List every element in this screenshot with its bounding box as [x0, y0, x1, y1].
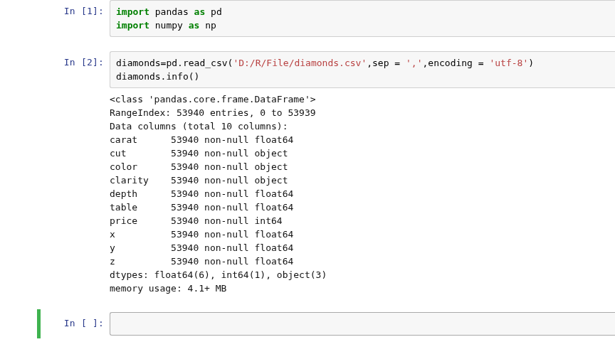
input-area: diamonds=pd.read_csv('D:/R/File/diamonds…: [110, 51, 615, 88]
stdout-output: <class 'pandas.core.frame.DataFrame'> Ra…: [110, 88, 615, 295]
input-prompt: In [1]:: [0, 0, 110, 37]
input-prompt: In [ ]:: [41, 312, 110, 336]
output-row: <class 'pandas.core.frame.DataFrame'> Ra…: [0, 88, 615, 295]
notebook-cell: In [2]: diamonds=pd.read_csv('D:/R/File/…: [0, 51, 615, 295]
input-row: In [ ]:: [41, 312, 615, 336]
output-area-wrap: <class 'pandas.core.frame.DataFrame'> Ra…: [110, 88, 615, 295]
input-row: In [2]: diamonds=pd.read_csv('D:/R/File/…: [0, 51, 615, 88]
code-editor[interactable]: diamonds=pd.read_csv('D:/R/File/diamonds…: [110, 51, 615, 88]
code-editor[interactable]: [110, 312, 615, 336]
output-prompt: [0, 88, 110, 295]
input-row: In [1]: import pandas as pd import numpy…: [0, 0, 615, 37]
input-area: [110, 312, 615, 336]
notebook-cell-selected: In [ ]:: [37, 309, 615, 338]
code-editor[interactable]: import pandas as pd import numpy as np: [110, 0, 615, 37]
input-prompt: In [2]:: [0, 51, 110, 88]
input-area: import pandas as pd import numpy as np: [110, 0, 615, 37]
notebook-cell: In [1]: import pandas as pd import numpy…: [0, 0, 615, 37]
notebook: In [1]: import pandas as pd import numpy…: [0, 0, 615, 360]
